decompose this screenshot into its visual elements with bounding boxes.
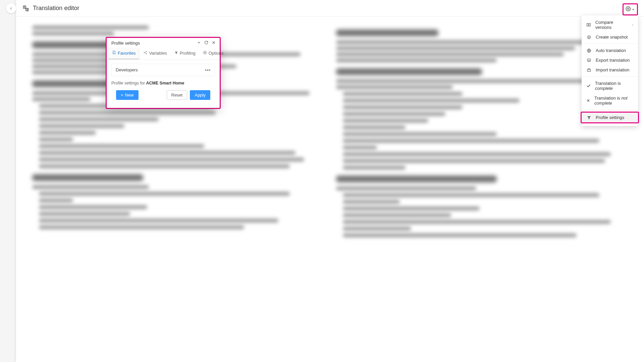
modal-tabs: Favorites Variables Profiling Options (107, 48, 220, 60)
divider (582, 44, 638, 44)
svg-point-14 (144, 52, 145, 53)
tab-label: Profiling (180, 51, 196, 56)
menu-auto-translation[interactable]: Auto translation (582, 46, 638, 55)
tab-label: Favorites (118, 51, 136, 56)
filter-icon (174, 51, 178, 56)
menu-label: Translation is not complete (594, 96, 633, 106)
close-icon[interactable] (212, 41, 216, 46)
menu-label: Translation is complete (595, 81, 633, 91)
filter-icon (586, 115, 592, 120)
settings-dropdown: Compare versions › Create snapshot Auto … (582, 15, 638, 126)
variables-icon (143, 51, 147, 56)
profile-caption: Profile settings for ACME Smart Home (111, 81, 215, 85)
divider (582, 110, 638, 110)
svg-point-2 (628, 8, 629, 9)
snapshot-icon (586, 35, 592, 40)
menu-label: Auto translation (596, 48, 626, 53)
back-button[interactable] (6, 3, 16, 13)
check-icon (586, 83, 591, 88)
menu-translation-not-complete[interactable]: Translation is not complete (582, 93, 638, 108)
menu-compare-versions[interactable]: Compare versions › (582, 17, 638, 32)
menu-import-translation[interactable]: Import translation (582, 65, 638, 75)
export-icon (586, 58, 592, 63)
apply-button[interactable]: Apply (190, 90, 210, 100)
profile-row[interactable]: Developers ••• (111, 64, 215, 76)
menu-label: Compare versions (595, 20, 628, 30)
modal-body: Developers ••• Profile settings for ACME… (107, 60, 220, 108)
new-button[interactable]: + New (116, 90, 139, 100)
plus-icon: + (121, 93, 123, 98)
chevron-down-icon (632, 6, 635, 12)
menu-label: Import translation (596, 67, 629, 72)
gear-highlight (623, 3, 638, 15)
svg-point-17 (204, 52, 205, 53)
svg-point-6 (588, 37, 590, 38)
modal-highlight: Profile settings Favorites Variables Pro… (106, 37, 221, 109)
menu-export-translation[interactable]: Export translation (582, 55, 638, 65)
svg-rect-1 (26, 8, 29, 11)
menu-label: Profile settings (596, 115, 624, 120)
translation-logo-icon (22, 5, 30, 12)
modal-header: Profile settings (107, 38, 220, 48)
new-button-label: New (125, 93, 134, 98)
collapse-icon[interactable] (197, 41, 201, 46)
tab-variables[interactable]: Variables (140, 48, 170, 59)
bookmark-icon (112, 51, 116, 56)
menu-profile-settings[interactable]: Profile settings (582, 113, 638, 122)
import-icon (586, 68, 592, 72)
gear-icon (203, 51, 207, 56)
topbar: Translation editor (16, 0, 644, 17)
reset-button[interactable]: Reset (167, 90, 187, 100)
refresh-icon[interactable] (204, 41, 208, 46)
close-icon (586, 99, 590, 103)
menu-label: Create snapshot (596, 35, 628, 40)
modal-title: Profile settings (111, 41, 140, 46)
svg-rect-3 (587, 23, 588, 26)
profile-row-label: Developers (116, 67, 138, 72)
svg-point-5 (587, 36, 590, 39)
divider (582, 76, 638, 77)
tab-options[interactable]: Options (199, 48, 227, 59)
menu-create-snapshot[interactable]: Create snapshot (582, 32, 638, 42)
svg-rect-4 (589, 23, 591, 26)
menu-translation-complete[interactable]: Translation is complete (582, 78, 638, 93)
profile-settings-highlight: Profile settings (581, 112, 639, 123)
page-title: Translation editor (33, 5, 79, 12)
globe-icon (586, 48, 592, 53)
modal-footer: + New Reset Apply (111, 90, 215, 105)
profile-settings-modal: Profile settings Favorites Variables Pro… (107, 38, 220, 108)
tab-label: Variables (149, 51, 167, 56)
tab-profiling[interactable]: Profiling (171, 48, 199, 59)
gear-icon (626, 6, 631, 13)
svg-point-18 (203, 51, 206, 54)
tab-favorites[interactable]: Favorites (108, 48, 140, 59)
menu-label: Export translation (596, 58, 630, 63)
more-icon[interactable]: ••• (205, 67, 211, 72)
chevron-right-icon: › (632, 23, 633, 27)
settings-button[interactable] (624, 5, 636, 14)
tab-label: Options (209, 51, 224, 56)
compare-icon (586, 22, 591, 27)
